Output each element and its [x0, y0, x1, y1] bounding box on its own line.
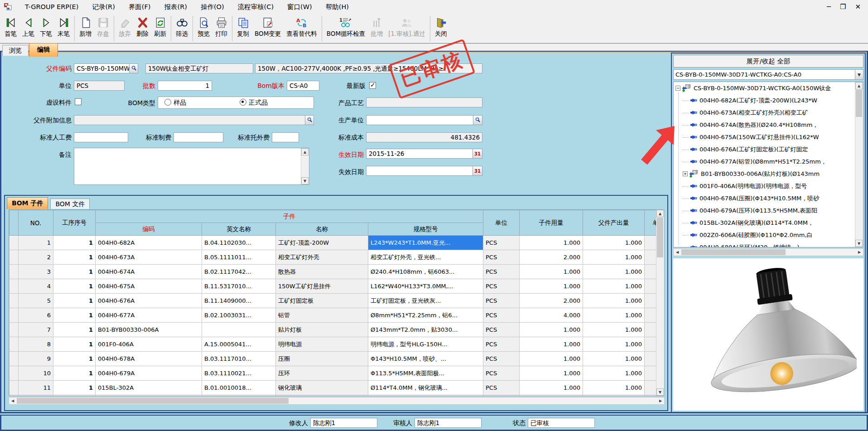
- menu-item[interactable]: 记录(R): [85, 0, 121, 14]
- combo-dropdown-icon[interactable]: ▼: [855, 69, 863, 80]
- cell[interactable]: 2.000: [520, 294, 583, 308]
- tree-item[interactable]: −CS-BYB-0-150MW-30D71-WCTKG-A0(150W钛金: [674, 82, 855, 94]
- cell[interactable]: 压环: [276, 366, 368, 381]
- cell[interactable]: 1.000: [520, 236, 583, 250]
- cell[interactable]: 1.000: [520, 337, 583, 352]
- cell[interactable]: 明纬电源: [276, 337, 368, 352]
- cell[interactable]: 硅胶圈: [276, 395, 368, 397]
- tree-vscroll-thumb[interactable]: [856, 90, 862, 117]
- menu-item[interactable]: 流程审核(C): [231, 0, 280, 14]
- cell[interactable]: PCS: [483, 366, 520, 381]
- cell[interactable]: B.03.1117010...: [202, 352, 276, 366]
- cell[interactable]: 7: [19, 323, 53, 337]
- std-labor-field[interactable]: [74, 132, 128, 142]
- cell[interactable]: 12: [19, 395, 53, 397]
- bom-version-field[interactable]: CS-A0: [287, 81, 319, 91]
- cell[interactable]: PCS: [483, 294, 520, 308]
- cell[interactable]: PCS: [483, 323, 520, 337]
- bom-type-formal-option[interactable]: 正式品: [240, 99, 268, 107]
- cell[interactable]: [10, 308, 19, 323]
- tab-bom-files[interactable]: BOM 文件: [50, 199, 90, 209]
- cell[interactable]: PCS: [483, 352, 520, 366]
- cell[interactable]: 1.000: [583, 265, 645, 279]
- cell[interactable]: 015BL-302A: [96, 381, 202, 395]
- prod-unit-lookup-button[interactable]: [473, 115, 482, 125]
- restore-button[interactable]: ❐: [840, 3, 846, 11]
- batch-field[interactable]: 1: [158, 81, 212, 91]
- latest-version-checkbox[interactable]: [369, 82, 376, 89]
- collapse-icon[interactable]: −: [675, 86, 680, 91]
- cell[interactable]: 1: [53, 337, 96, 352]
- prev-record-button[interactable]: 上笔: [19, 14, 37, 43]
- cell[interactable]: 004H0-677A: [96, 308, 202, 323]
- scroll-right-icon[interactable]: ▶: [856, 249, 863, 256]
- cell[interactable]: B.12.0542000...: [202, 395, 276, 397]
- scroll-down-icon[interactable]: ▼: [656, 388, 664, 396]
- scroll-down-icon[interactable]: ▼: [301, 177, 309, 184]
- cell[interactable]: 相变工矿灯外壳，亚光铁...: [368, 250, 483, 265]
- cell[interactable]: 1: [19, 236, 53, 250]
- scroll-left-icon[interactable]: ◀: [674, 249, 681, 256]
- cell[interactable]: B.11.5317010...: [202, 279, 276, 294]
- cell[interactable]: PCS: [483, 250, 520, 265]
- cell[interactable]: 2: [19, 250, 53, 265]
- cell[interactable]: B.02.1117042...: [202, 265, 276, 279]
- cell[interactable]: [10, 352, 19, 366]
- tree-item[interactable]: 004H0-674A(散热器)(Ø240.4*H108mm，: [674, 119, 855, 131]
- parent-code-field[interactable]: CS-BYB-0-150MW-3: [74, 63, 130, 73]
- cell[interactable]: 004H0-675A: [96, 279, 202, 294]
- cell[interactable]: PCS: [483, 337, 520, 352]
- bom-type-sample-option[interactable]: 样品: [164, 99, 186, 107]
- tree-hscroll-thumb[interactable]: [681, 249, 786, 255]
- cell[interactable]: 1: [53, 366, 96, 381]
- cell[interactable]: 1: [53, 236, 96, 250]
- menu-item[interactable]: T-GROUP ERP(E): [18, 0, 85, 14]
- effective-date-field[interactable]: 2015-11-26: [366, 149, 473, 159]
- cell[interactable]: L162*W40*H133*T3.0MM,...: [368, 279, 483, 294]
- cell[interactable]: 工矿灯固定板: [276, 294, 368, 308]
- cell[interactable]: B.01.0010018...: [202, 381, 276, 395]
- delete-button[interactable]: 删除: [134, 14, 151, 43]
- cell[interactable]: 8: [19, 337, 53, 352]
- close-button[interactable]: ✕: [855, 3, 861, 11]
- scroll-left-icon[interactable]: ◀: [9, 397, 16, 404]
- cell[interactable]: PCS: [483, 308, 520, 323]
- cell[interactable]: [10, 366, 19, 381]
- cell[interactable]: 1.000: [583, 250, 645, 265]
- cell[interactable]: B01-BYB00330-006A: [96, 323, 202, 337]
- cell[interactable]: 1.000: [520, 352, 583, 366]
- tab-bom-children[interactable]: BOM 子件: [7, 197, 48, 209]
- tree-item[interactable]: 004H0-680A(吊环)(M20、铁镀镍。): [674, 241, 855, 247]
- cell[interactable]: 1.000: [583, 337, 645, 352]
- cell[interactable]: [10, 279, 19, 294]
- scroll-up-icon[interactable]: ▲: [656, 210, 664, 217]
- scroll-down-icon[interactable]: ▼: [855, 240, 863, 247]
- cell[interactable]: [10, 381, 19, 395]
- cell[interactable]: 1: [53, 279, 96, 294]
- cell[interactable]: 4: [19, 279, 53, 294]
- tree-item[interactable]: 002Z0-606A(硅胶圈)(Φ110*Φ2.0mm,白: [674, 229, 855, 241]
- cell[interactable]: 1.000: [583, 395, 645, 397]
- cell[interactable]: 1: [53, 308, 96, 323]
- grid-hscrollbar[interactable]: ◀ ▶: [9, 397, 665, 405]
- tree-item[interactable]: 004H0-679A(压环)(Φ113.5*H5MM,表面阳: [674, 204, 855, 217]
- cell[interactable]: Ø114*T4.0MM，钢化玻璃...: [368, 381, 483, 395]
- cell[interactable]: 1.000: [520, 381, 583, 395]
- menu-item[interactable]: 报表(R): [157, 0, 193, 14]
- std-mfg-field[interactable]: [174, 132, 223, 142]
- cell[interactable]: 1.000: [520, 279, 583, 294]
- cell[interactable]: 相变工矿灯外壳: [276, 250, 368, 265]
- cell[interactable]: 1.000: [583, 366, 645, 381]
- tree-item[interactable]: 004H0-682A(工矿灯-顶盖-200W)(L243*W: [674, 94, 855, 107]
- cell[interactable]: 004H0-682A: [96, 236, 202, 250]
- cell[interactable]: Φ110*Φ2.0，白色硅胶...: [368, 395, 483, 397]
- menu-item[interactable]: 操作(O): [194, 0, 231, 14]
- tree-item[interactable]: 004H0-676A(工矿灯固定板)(工矿灯固定: [674, 143, 855, 155]
- cell[interactable]: L243*W243*T1.0MM.亚光...: [368, 236, 483, 250]
- new-record-button[interactable]: 新增: [77, 14, 94, 43]
- minimize-button[interactable]: ─: [827, 3, 831, 11]
- bom-loop-button[interactable]: 1BOM循环检查: [324, 14, 368, 43]
- cell[interactable]: 6: [19, 308, 53, 323]
- cell[interactable]: Ø143mm*T2.0mm，贴3030...: [368, 323, 483, 337]
- cell[interactable]: 1: [53, 323, 96, 337]
